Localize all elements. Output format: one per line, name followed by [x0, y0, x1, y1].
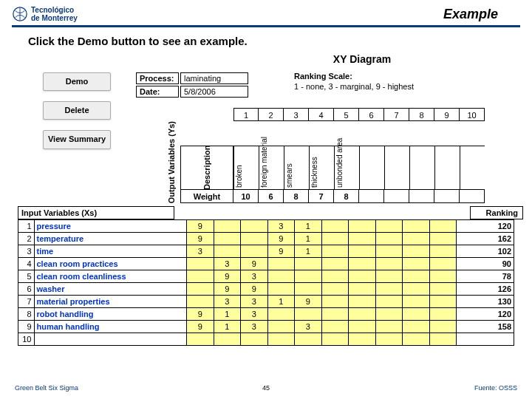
score-cell[interactable] [403, 233, 430, 245]
score-cell[interactable] [186, 283, 214, 296]
score-cell[interactable] [295, 308, 322, 321]
score-cell[interactable] [375, 321, 403, 333]
score-cell[interactable] [349, 245, 376, 258]
score-cell[interactable] [295, 333, 322, 346]
score-cell[interactable] [321, 308, 349, 321]
score-cell[interactable] [403, 258, 430, 270]
score-cell[interactable] [349, 296, 376, 308]
score-cell[interactable] [403, 283, 430, 296]
score-cell[interactable] [241, 333, 268, 346]
score-cell[interactable] [403, 296, 430, 308]
delete-button[interactable]: Delete [43, 101, 111, 120]
score-cell[interactable]: 3 [241, 270, 268, 283]
score-cell[interactable]: 9 [267, 233, 295, 245]
view-summary-button[interactable]: View Summary [43, 130, 111, 149]
score-cell[interactable] [321, 270, 349, 283]
score-cell[interactable] [429, 321, 457, 333]
score-cell[interactable] [375, 283, 403, 296]
score-cell[interactable]: 9 [186, 308, 214, 321]
score-cell[interactable] [403, 333, 430, 346]
score-cell[interactable]: 9 [295, 296, 322, 308]
score-cell[interactable] [375, 233, 403, 245]
score-cell[interactable] [349, 308, 376, 321]
score-cell[interactable]: 1 [295, 233, 322, 245]
score-cell[interactable] [429, 245, 457, 258]
score-cell[interactable]: 1 [214, 308, 241, 321]
score-cell[interactable] [349, 283, 376, 296]
score-cell[interactable] [214, 333, 241, 346]
score-cell[interactable] [375, 296, 403, 308]
score-cell[interactable] [429, 270, 457, 283]
demo-button[interactable]: Demo [43, 72, 111, 91]
score-cell[interactable]: 3 [241, 296, 268, 308]
score-cell[interactable]: 9 [241, 258, 268, 270]
score-cell[interactable] [429, 308, 457, 321]
score-cell[interactable]: 3 [214, 258, 241, 270]
score-cell[interactable] [321, 220, 349, 233]
score-cell[interactable] [375, 220, 403, 233]
score-cell[interactable] [186, 258, 214, 270]
score-cell[interactable]: 1 [295, 245, 322, 258]
score-cell[interactable] [295, 270, 322, 283]
score-cell[interactable]: 3 [186, 245, 214, 258]
score-cell[interactable]: 1 [295, 220, 322, 233]
score-cell[interactable] [321, 321, 349, 333]
score-cell[interactable] [429, 333, 457, 346]
score-cell[interactable] [375, 270, 403, 283]
score-cell[interactable] [429, 220, 457, 233]
score-cell[interactable]: 3 [214, 296, 241, 308]
score-cell[interactable] [267, 283, 295, 296]
score-cell[interactable] [267, 333, 295, 346]
score-cell[interactable]: 9 [186, 321, 214, 333]
score-cell[interactable] [321, 283, 349, 296]
score-cell[interactable] [214, 220, 241, 233]
score-cell[interactable]: 3 [241, 321, 268, 333]
score-cell[interactable] [349, 258, 376, 270]
score-cell[interactable] [403, 308, 430, 321]
score-cell[interactable] [349, 321, 376, 333]
score-cell[interactable] [321, 245, 349, 258]
score-cell[interactable] [214, 245, 241, 258]
score-cell[interactable] [429, 258, 457, 270]
score-cell[interactable] [186, 296, 214, 308]
score-cell[interactable] [295, 283, 322, 296]
score-cell[interactable] [429, 296, 457, 308]
score-cell[interactable] [375, 333, 403, 346]
score-cell[interactable] [349, 233, 376, 245]
score-cell[interactable] [295, 258, 322, 270]
score-cell[interactable]: 9 [186, 220, 214, 233]
score-cell[interactable] [375, 258, 403, 270]
score-cell[interactable] [321, 333, 349, 346]
score-cell[interactable]: 9 [241, 283, 268, 296]
score-cell[interactable]: 1 [267, 296, 295, 308]
score-cell[interactable] [267, 321, 295, 333]
score-cell[interactable] [375, 245, 403, 258]
score-cell[interactable] [186, 333, 214, 346]
score-cell[interactable] [267, 258, 295, 270]
score-cell[interactable]: 9 [214, 283, 241, 296]
score-cell[interactable] [321, 296, 349, 308]
score-cell[interactable] [267, 308, 295, 321]
score-cell[interactable] [429, 233, 457, 245]
score-cell[interactable] [349, 220, 376, 233]
score-cell[interactable] [403, 220, 430, 233]
score-cell[interactable]: 9 [186, 233, 214, 245]
score-cell[interactable] [403, 245, 430, 258]
score-cell[interactable] [267, 270, 295, 283]
score-cell[interactable] [186, 270, 214, 283]
score-cell[interactable]: 3 [267, 220, 295, 233]
score-cell[interactable] [349, 270, 376, 283]
score-cell[interactable] [214, 233, 241, 245]
score-cell[interactable] [321, 233, 349, 245]
score-cell[interactable]: 3 [295, 321, 322, 333]
score-cell[interactable] [375, 308, 403, 321]
score-cell[interactable]: 3 [241, 308, 268, 321]
score-cell[interactable] [321, 258, 349, 270]
score-cell[interactable] [403, 270, 430, 283]
score-cell[interactable] [241, 233, 268, 245]
score-cell[interactable] [241, 245, 268, 258]
score-cell[interactable]: 9 [214, 270, 241, 283]
score-cell[interactable] [429, 283, 457, 296]
score-cell[interactable] [349, 333, 376, 346]
score-cell[interactable]: 9 [267, 245, 295, 258]
